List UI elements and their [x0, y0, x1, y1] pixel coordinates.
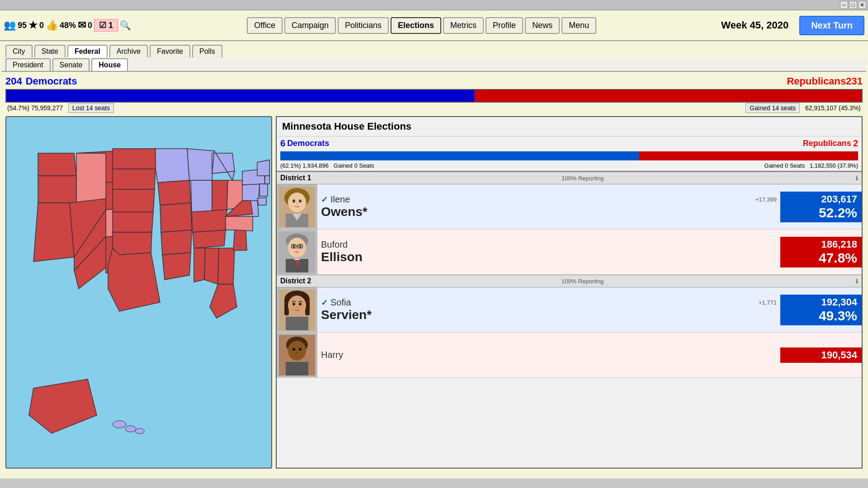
- stars-count: 0: [39, 21, 44, 30]
- tab-campaign[interactable]: Campaign: [284, 17, 336, 34]
- search-icon[interactable]: 🔍: [120, 20, 131, 31]
- svg-marker-19: [158, 180, 191, 205]
- info-icon-d1: ℹ: [856, 175, 858, 182]
- ellison-vote-count: 186,218: [785, 239, 857, 250]
- mini-rep-count: 2: [853, 138, 858, 149]
- svg-marker-24: [191, 180, 212, 212]
- ellison-first: Buford: [321, 239, 348, 250]
- dem-lost-badge: Lost 14 seats: [68, 103, 114, 113]
- tab-federal[interactable]: Federal: [67, 45, 108, 57]
- ellison-votes: 186,218 47.8%: [780, 230, 862, 274]
- svg-marker-12: [113, 149, 156, 169]
- tab-profile[interactable]: Profile: [486, 17, 523, 34]
- svg-rect-77: [286, 317, 308, 330]
- tab-elections[interactable]: Elections: [391, 17, 441, 34]
- followers-stat: 👥 95: [4, 19, 27, 31]
- rep-label: Republicans: [787, 75, 846, 87]
- tab-favorite[interactable]: Favorite: [150, 45, 190, 57]
- owens-info: ✓ Ilene +17,399 Owens*: [317, 184, 780, 229]
- minimize-button[interactable]: –: [840, 1, 848, 9]
- district-1-header: District 1 100% Reporting ℹ: [277, 172, 862, 184]
- tab-archive[interactable]: Archive: [109, 45, 148, 57]
- mini-dem-votes: 1,934,896: [302, 162, 329, 169]
- tab-house[interactable]: House: [91, 58, 128, 71]
- top-nav: 👥 95 ★ 0 👍 48% ✉ 0 ☑ 1 🔍 Office Campaign…: [0, 10, 868, 41]
- messages-count: 0: [88, 21, 92, 30]
- svg-marker-31: [194, 248, 205, 282]
- svg-point-51: [288, 192, 306, 212]
- notifications-box[interactable]: ☑ 1: [94, 19, 118, 32]
- national-stats-row: (54.7%) 75,959,277 Lost 14 seats Gained …: [5, 103, 863, 113]
- ellison-last: Ellison: [321, 250, 777, 264]
- svg-marker-17: [108, 248, 160, 311]
- servien-last: Servien*: [321, 308, 777, 322]
- svg-marker-15: [113, 212, 153, 232]
- maximize-button[interactable]: □: [849, 1, 857, 9]
- tab-city[interactable]: City: [5, 45, 33, 57]
- stars-stat: ★ 0: [28, 19, 44, 31]
- rep-votes-pct: (45.3%): [839, 104, 861, 112]
- owens-votes-box: 203,617 52.2%: [780, 192, 862, 222]
- tab-news[interactable]: News: [525, 17, 560, 34]
- svg-point-81: [292, 348, 295, 351]
- results-panel[interactable]: Minnesota House Elections 6 Democrats Re…: [276, 116, 863, 469]
- stars-icon: ★: [28, 19, 38, 31]
- tab-metrics[interactable]: Metrics: [443, 17, 484, 34]
- tab-senate[interactable]: Senate: [52, 58, 90, 71]
- rep-gained-badge: Gained 14 seats: [745, 103, 800, 113]
- tab-politicians[interactable]: Politicians: [338, 17, 389, 34]
- followers-count: 95: [18, 21, 27, 30]
- approval-value: 48%: [60, 21, 76, 30]
- svg-point-54: [296, 203, 298, 205]
- approval-stat: 👍 48%: [46, 19, 76, 31]
- svg-point-73: [288, 296, 306, 315]
- owens-first: Ilene: [330, 194, 350, 205]
- servien-first: Sofia: [330, 297, 351, 308]
- mini-dem-progress: [280, 151, 639, 160]
- messages-icon: ✉: [78, 19, 86, 31]
- svg-point-82: [299, 348, 302, 351]
- svg-point-83: [296, 351, 298, 353]
- svg-marker-23: [187, 149, 214, 180]
- ellison-portrait: [277, 230, 317, 274]
- messages-stat: ✉ 0: [78, 19, 92, 31]
- mini-rep-votes: 1,182,550: [810, 162, 836, 169]
- district-2-header: District 2 100% Reporting ℹ: [277, 275, 862, 287]
- svg-rect-84: [286, 362, 308, 375]
- servien-votes: 192,304 49.3%: [780, 287, 862, 332]
- svg-marker-41: [257, 197, 266, 205]
- followers-icon: 👥: [4, 19, 16, 31]
- tab-menu[interactable]: Menu: [561, 17, 596, 34]
- svg-marker-30: [193, 230, 226, 248]
- svg-marker-43: [265, 176, 269, 184]
- district-1-name: District 1: [280, 174, 311, 182]
- mini-rep-votes-pct: (37.9%): [837, 162, 858, 169]
- owens-vote-pct: 52.2%: [785, 205, 857, 221]
- tab-office[interactable]: Office: [247, 17, 283, 34]
- owens-votes: 203,617 52.2%: [780, 184, 862, 229]
- svg-marker-25: [212, 180, 228, 212]
- svg-point-64: [299, 245, 302, 248]
- tab-state[interactable]: State: [34, 45, 66, 57]
- servien-portrait: [277, 287, 317, 332]
- servien-vote-pct: 49.3%: [785, 308, 857, 324]
- owens-last: Owens*: [321, 205, 777, 219]
- mini-rep-gained: Gained 0 Seats: [764, 162, 805, 169]
- mini-dem-count: 6: [280, 138, 285, 149]
- svg-point-59: [288, 238, 306, 258]
- svg-marker-35: [233, 230, 247, 250]
- window-chrome: – □ ✕: [0, 0, 868, 10]
- mini-dem-label: Democrats: [287, 139, 329, 148]
- svg-point-47: [125, 426, 136, 432]
- approval-icon: 👍: [46, 19, 58, 31]
- ellison-vote-pct: 47.8%: [785, 250, 857, 266]
- tab-president[interactable]: President: [5, 58, 51, 71]
- tab-polls[interactable]: Polls: [192, 45, 222, 57]
- svg-marker-29: [192, 210, 227, 232]
- close-button[interactable]: ✕: [858, 1, 866, 9]
- svg-rect-68: [294, 259, 300, 260]
- next-turn-button[interactable]: Next Turn: [799, 16, 864, 35]
- level2-tabs: President Senate House: [2, 57, 866, 72]
- svg-point-53: [299, 199, 302, 202]
- ellison-info: Buford Ellison: [317, 230, 780, 274]
